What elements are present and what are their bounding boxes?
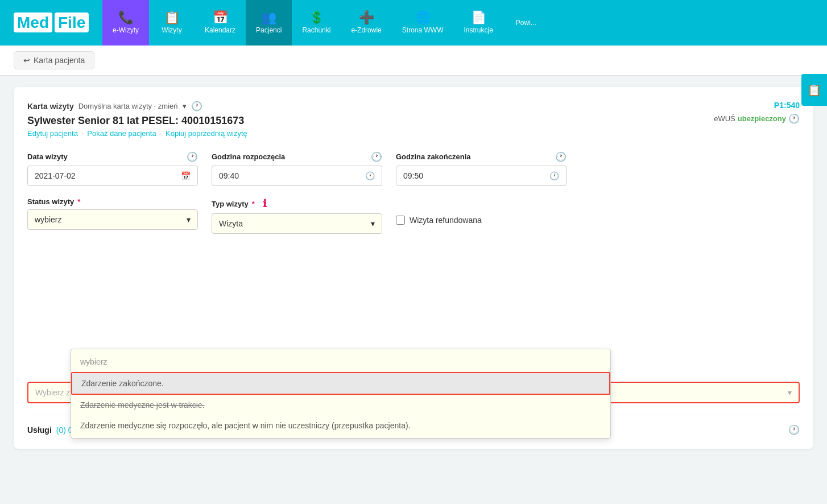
back-arrow-icon: ↩ [23, 56, 30, 65]
doc-icon: 📄 [471, 11, 486, 24]
logo-text: Med [14, 13, 52, 32]
dropdown-item-w-trakcie[interactable]: Zdarzenie medyczne jest w trakcie. [71, 395, 610, 415]
typ-chevron-icon: ▾ [371, 219, 375, 228]
dropdown-item-wybierz[interactable]: wybierz [71, 352, 610, 372]
typ-wizyty-group: Typ wizyty * ℹ Wizyta ▾ [212, 197, 382, 234]
logo-bold: File [55, 13, 89, 32]
godzina-start-clock-icon[interactable]: 🕐 [371, 151, 382, 162]
patient-links: Edytuj pacjenta - Pokaż dane pacjenta - … [27, 129, 247, 138]
godzina-end-clock-icon[interactable]: 🕐 [555, 151, 567, 162]
ewus-status: eWUŚ ubezpieczony 🕐 [714, 113, 800, 124]
godzina-rozpoczecia-value: 09:40 [219, 171, 239, 180]
data-wizyty-label: Data wizyty [27, 152, 68, 161]
side-panel-button[interactable]: 📋 [801, 74, 827, 106]
card-header-right: P1:540 eWUŚ ubezpieczony 🕐 [714, 101, 800, 124]
godzina-zakonczenia-value: 09:50 [403, 171, 423, 180]
health-icon: ➕ [359, 11, 374, 24]
domyslna-karta-label: Domyślna karta wizyty · zmień [78, 102, 178, 110]
data-wizyty-input[interactable]: 2021-07-02 📅 [27, 166, 198, 186]
time-icon-end: 🕐 [549, 171, 559, 180]
nav-label-e-zdrowie: e-Zdrowie [351, 26, 381, 34]
back-to-patient-button[interactable]: ↩ Karta pacjenta [14, 51, 94, 69]
ewus-clock-icon[interactable]: 🕐 [788, 113, 800, 124]
globe-icon: 🌐 [415, 11, 431, 24]
wizyta-refundowana-checkbox[interactable] [396, 216, 405, 225]
godzina-zakonczenia-label: Godzina zakończenia [396, 152, 470, 161]
ewus-label: eWUŚ [714, 114, 735, 123]
karta-wizyty-info: Karta wizyty Domyślna karta wizyty · zmi… [27, 101, 247, 140]
clipboard-icon: 📋 [164, 11, 180, 24]
main-nav: 📞 e-Wizyty 📋 Wizyty 📅 Kalendarz 👥 Pacjen… [102, 0, 827, 46]
wizyta-refundowana-label: Wizyta refundowana [410, 216, 482, 225]
nav-item-instrukcje[interactable]: 📄 Instrukcje [453, 0, 503, 46]
nav-item-kalendarz[interactable]: 📅 Kalendarz [195, 0, 246, 46]
nav-label-instrukcje: Instrukcje [464, 26, 493, 34]
patient-name: Sylwester Senior 81 lat PESEL: 400101516… [27, 115, 247, 127]
typ-wizyty-select[interactable]: Wizyta ▾ [212, 213, 382, 234]
uslugi-label: Usługi [27, 425, 52, 435]
status-wizyty-select[interactable]: wybierz ▾ [27, 209, 198, 230]
breadcrumb-bar: ↩ Karta pacjenta [0, 46, 827, 76]
chevron-down-icon[interactable]: ▾ [183, 102, 187, 110]
data-wizyty-group: Data wizyty 🕐 2021-07-02 📅 [27, 151, 198, 186]
status-dropdown: wybierz Zdarzenie zakończone. Zdarzenie … [71, 349, 611, 439]
nav-item-more[interactable]: Powi... [503, 0, 549, 46]
p-badge: P1:540 [774, 101, 800, 110]
status-placeholder: wybierz [35, 215, 61, 224]
nav-label-rachunki: Rachunki [302, 26, 330, 34]
godzina-rozpoczecia-group: Godzina rozpoczęcia 🕐 09:40 🕐 [212, 151, 382, 186]
copy-visit-link[interactable]: Kopiuj poprzednią wizytę [166, 129, 247, 138]
nav-item-rachunki[interactable]: 💲 Rachunki [292, 0, 341, 46]
main-content: Karta wizyty Domyślna karta wizyty · zmi… [0, 76, 827, 460]
status-typ-row: Status wizyty * wybierz ▾ Typ wizyty * [27, 197, 800, 234]
typ-select-wrapper: Wizyta ▾ [212, 213, 382, 234]
nav-label-strona-www: Strona WWW [402, 26, 444, 34]
nav-item-e-zdrowie[interactable]: ➕ e-Zdrowie [341, 0, 391, 46]
nav-label-more: Powi... [516, 19, 536, 27]
separator-2: - [160, 129, 162, 138]
godzina-zakonczenia-group: Godzina zakończenia 🕐 09:50 🕐 [396, 151, 567, 186]
ewus-status-value: ubezpieczony [738, 114, 786, 123]
typ-required-marker: * [252, 200, 255, 208]
info-pink-icon[interactable]: ℹ [263, 197, 267, 210]
uslugi-clock-icon[interactable]: 🕐 [788, 424, 800, 435]
show-patient-link[interactable]: Pokaż dane pacjenta [87, 129, 156, 138]
nav-item-strona-www[interactable]: 🌐 Strona WWW [392, 0, 454, 46]
side-panel-icon: 📋 [807, 84, 821, 96]
status-required-marker: * [77, 197, 80, 206]
phone-icon: 📞 [118, 11, 134, 24]
godzina-rozpoczecia-input[interactable]: 09:40 🕐 [212, 166, 382, 186]
data-clock-icon[interactable]: 🕐 [187, 151, 198, 162]
visit-form: Data wizyty 🕐 2021-07-02 📅 Godzina rozpo… [27, 151, 800, 435]
time-icon-start: 🕐 [365, 171, 375, 180]
app-header: MedFile 📞 e-Wizyty 📋 Wizyty 📅 Kalendarz … [0, 0, 827, 46]
breadcrumb-label: Karta pacjenta [34, 56, 85, 65]
nav-item-e-wizyty[interactable]: 📞 e-Wizyty [102, 0, 149, 46]
wybierz-chevron-icon: ▾ [788, 388, 792, 397]
nav-label-pacjenci: Pacjenci [256, 26, 282, 34]
dollar-icon: 💲 [309, 11, 324, 24]
edit-patient-link[interactable]: Edytuj pacjenta [27, 129, 78, 138]
dropdown-item-zakonczone[interactable]: Zdarzenie zakończone. [71, 372, 610, 395]
karta-wizyty-title: Karta wizyty [27, 102, 74, 111]
nav-item-pacjenci[interactable]: 👥 Pacjenci [246, 0, 292, 46]
separator-1: - [81, 129, 84, 138]
calendar-nav-icon: 📅 [213, 11, 228, 24]
nav-label-wizyty: Wizyty [162, 26, 181, 34]
dropdown-item-przepustka[interactable]: Zdarzenie medyczne się rozpoczęło, ale p… [71, 415, 610, 436]
calendar-input-icon: 📅 [181, 171, 191, 180]
nav-item-wizyty[interactable]: 📋 Wizyty [149, 0, 195, 46]
visit-card: Karta wizyty Domyślna karta wizyty · zmi… [14, 87, 813, 449]
status-select-wrapper: wybierz ▾ [27, 209, 198, 230]
godzina-zakonczenia-input[interactable]: 09:50 🕐 [396, 166, 567, 186]
nav-label-e-wizyty: e-Wizyty [113, 26, 139, 34]
typ-wizyty-label: Typ wizyty [212, 200, 249, 208]
status-chevron-icon: ▾ [187, 215, 191, 224]
godzina-rozpoczecia-label: Godzina rozpoczęcia [212, 152, 285, 161]
people-icon: 👥 [261, 11, 276, 24]
logo: MedFile [0, 0, 102, 46]
status-wizyty-group: Status wizyty * wybierz ▾ [27, 197, 198, 230]
typ-value: Wizyta [219, 219, 243, 228]
wizyta-refundowana-group: Wizyta refundowana [396, 216, 482, 225]
clock-history-icon[interactable]: 🕐 [191, 101, 202, 111]
